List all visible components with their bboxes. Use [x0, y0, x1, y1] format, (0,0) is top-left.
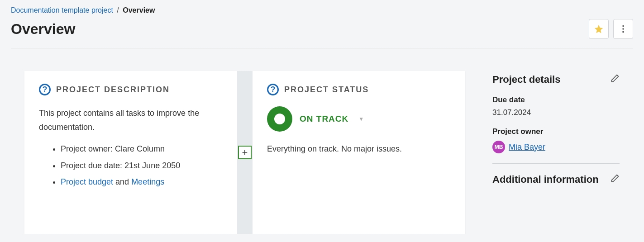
details-title: Project details	[492, 74, 560, 85]
breadcrumb-parent-link[interactable]: Documentation template project	[11, 6, 113, 14]
breadcrumb-current: Overview	[123, 6, 155, 14]
edit-additional-button[interactable]	[611, 174, 620, 183]
owner-value: Clare Column	[115, 144, 165, 153]
additional-info-title: Additional information	[492, 174, 599, 185]
card-header: ? PROJECT STATUS	[267, 84, 451, 95]
due-label: Project due date:	[61, 161, 124, 170]
star-icon	[594, 24, 604, 34]
project-owner-row: MB Mia Bayer	[492, 141, 620, 153]
more-menu-button[interactable]	[613, 19, 633, 39]
svg-point-1	[622, 28, 624, 30]
project-owner-label: Project owner	[492, 127, 620, 136]
due-date-label: Due date	[492, 95, 620, 104]
details-head: Additional information	[492, 174, 620, 185]
status-label: ON TRACK	[300, 114, 348, 124]
and-word: and	[113, 177, 131, 186]
breadcrumb: Documentation template project / Overvie…	[11, 5, 633, 16]
header-actions	[589, 19, 633, 39]
owner-label: Project owner:	[61, 144, 115, 153]
favorite-button[interactable]	[589, 19, 609, 39]
description-intro: This project contains all tasks to impro…	[39, 106, 223, 134]
description-body: This project contains all tasks to impro…	[39, 106, 223, 189]
edit-details-button[interactable]	[611, 74, 620, 83]
help-icon[interactable]: ?	[39, 84, 51, 95]
widgets-column: ? PROJECT DESCRIPTION This project conta…	[24, 71, 465, 234]
list-item: Project due date: 21st June 2050	[61, 159, 223, 173]
project-description-card: ? PROJECT DESCRIPTION This project conta…	[24, 71, 237, 234]
page-title: Overview	[11, 21, 75, 38]
due-value: 21st June 2050	[124, 161, 180, 170]
budget-link[interactable]: Project budget	[61, 177, 113, 186]
details-head: Project details	[492, 74, 620, 85]
list-item: Project budget and Meetings	[61, 175, 223, 189]
widget-gap: +	[237, 71, 253, 234]
pencil-icon	[611, 74, 620, 83]
card-title: PROJECT DESCRIPTION	[56, 85, 170, 95]
page-header: Overview	[11, 19, 633, 48]
project-status-card: ? PROJECT STATUS ON TRACK ▼ Everything o…	[253, 71, 465, 234]
card-title: PROJECT STATUS	[284, 85, 369, 95]
breadcrumb-separator: /	[117, 6, 119, 14]
chevron-down-icon: ▼	[358, 116, 364, 122]
project-details-section: Project details Due date 31.07.2024 Proj…	[492, 74, 620, 164]
status-text: Everything on track. No major issues.	[267, 144, 451, 154]
content-row: ? PROJECT DESCRIPTION This project conta…	[11, 48, 633, 234]
add-widget-button[interactable]: +	[238, 146, 252, 159]
status-indicator-icon	[267, 106, 292, 132]
card-header: ? PROJECT DESCRIPTION	[39, 84, 223, 95]
description-list: Project owner: Clare Column Project due …	[39, 142, 223, 189]
details-column: Project details Due date 31.07.2024 Proj…	[492, 71, 620, 195]
avatar: MB	[492, 141, 505, 153]
meetings-link[interactable]: Meetings	[131, 177, 164, 186]
svg-point-0	[622, 25, 624, 27]
kebab-icon	[618, 24, 628, 34]
list-item: Project owner: Clare Column	[61, 142, 223, 156]
due-date-value: 31.07.2024	[492, 108, 620, 117]
status-selector[interactable]: ON TRACK ▼	[267, 106, 451, 132]
plus-icon: +	[242, 147, 248, 158]
pencil-icon	[611, 174, 620, 183]
svg-point-2	[622, 31, 624, 33]
additional-info-section: Additional information	[492, 174, 620, 195]
help-icon[interactable]: ?	[267, 84, 279, 95]
owner-link[interactable]: Mia Bayer	[509, 142, 545, 152]
